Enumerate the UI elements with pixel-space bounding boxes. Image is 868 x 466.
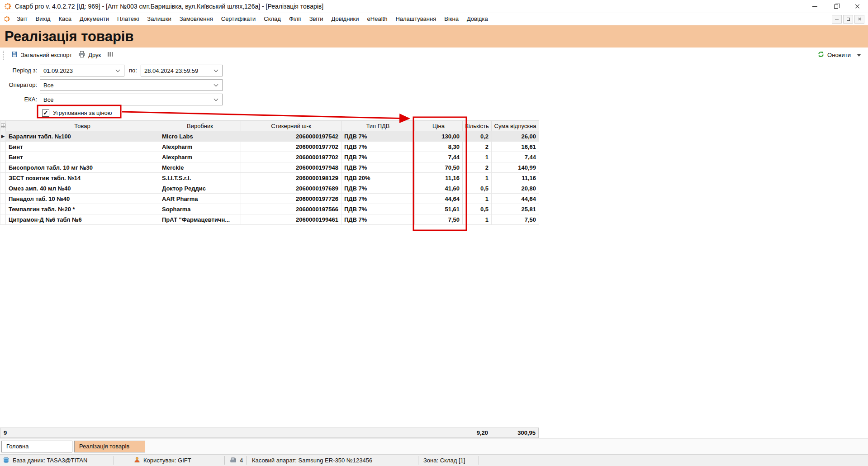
cell: ПрАТ "Фармацевтичн... xyxy=(159,214,241,225)
operator-select[interactable]: Все xyxy=(40,79,223,91)
cell: 140,99 xyxy=(492,162,539,173)
table-row[interactable]: БинтAlexpharm2060000197702ПДВ 7%8,30216,… xyxy=(0,142,539,152)
tab-Реалізація товарів[interactable]: Реалізація товарів xyxy=(74,441,145,452)
mdi-restore-button[interactable] xyxy=(843,15,853,24)
close-icon xyxy=(858,17,861,21)
cell: Бинт xyxy=(6,152,159,162)
close-icon xyxy=(855,4,860,9)
table-row[interactable]: Панадол таб. 10 №40AAR Pharma20600001977… xyxy=(0,194,539,204)
menu-item-Довідка[interactable]: Довідка xyxy=(463,13,492,25)
cell: AAR Pharma xyxy=(159,194,241,204)
cell: 11,16 xyxy=(492,173,539,183)
mdi-minimize-button[interactable] xyxy=(832,15,842,24)
operator-label: Оператор: xyxy=(3,79,37,91)
cell: 1 xyxy=(463,152,492,162)
chevron-down-icon xyxy=(116,68,120,72)
cell: 20,80 xyxy=(492,183,539,194)
menu-item-Вікна[interactable]: Вікна xyxy=(440,13,463,25)
cell: ПДВ 7% xyxy=(342,152,415,162)
menu-item-Залишки[interactable]: Залишки xyxy=(143,13,175,25)
menu-item-Склад[interactable]: Склад xyxy=(260,13,285,25)
toolbar: Загальний експорт Друк xyxy=(0,48,868,62)
cell: Бинт xyxy=(6,142,159,152)
export-button[interactable]: Загальний експорт xyxy=(8,49,75,61)
printer-icon xyxy=(78,51,85,59)
cell: 2060000197566 xyxy=(241,204,342,214)
summary-row: 9 9,20 300,95 xyxy=(0,428,539,438)
table-row[interactable]: Бисопролол табл. 10 мг №30Merckle2060000… xyxy=(0,162,539,173)
cell: 2060000197689 xyxy=(241,183,342,194)
checkmark-icon: ✓ xyxy=(43,110,48,116)
cell: 26,00 xyxy=(492,131,539,142)
results-table: ТоварВиробникСтикерний ш-кТип ПДВЦінаКіл… xyxy=(0,120,539,225)
period-from-label: Період з: xyxy=(3,65,37,76)
cell: ПДВ 20% xyxy=(342,173,415,183)
column-header-Виробник[interactable]: Виробник xyxy=(159,121,241,131)
column-header-Стикерний ш-к[interactable]: Стикерний ш-к xyxy=(241,121,342,131)
menu-item-Замовлення[interactable]: Замовлення xyxy=(175,13,217,25)
period-to-select[interactable]: 28.04.2024 23:59:59 xyxy=(141,65,223,76)
cash-device-text: Касовий апарат: Samsung ER-350 №123456 xyxy=(252,457,372,464)
menu-item-Каса[interactable]: Каса xyxy=(55,13,76,25)
cell: 7,44 xyxy=(415,152,463,162)
refresh-button-label: Оновити xyxy=(827,52,851,58)
cell: 16,61 xyxy=(492,142,539,152)
period-to-value: 28.04.2024 23:59:59 xyxy=(144,67,198,74)
app-logo-icon xyxy=(4,3,11,10)
mdi-close-button[interactable] xyxy=(854,15,864,24)
table-row[interactable]: Цитрамон-Д №6 табл №6ПрАТ "Фармацевтичн.… xyxy=(0,214,539,225)
filter-panel: Період з: 01.09.2023 по: 28.04.2024 23:5… xyxy=(0,62,344,120)
chevron-down-icon[interactable] xyxy=(857,54,861,58)
refresh-button[interactable]: Оновити xyxy=(814,49,854,61)
menu-item-Сертифікати[interactable]: Сертифікати xyxy=(217,13,260,25)
cell: 0,5 xyxy=(463,204,492,214)
menu-item-Довідники[interactable]: Довідники xyxy=(327,13,363,25)
column-header-Ціна[interactable]: Ціна xyxy=(415,121,463,131)
tab-Головна[interactable]: Головна xyxy=(1,441,72,452)
minimize-button[interactable] xyxy=(804,0,825,13)
menu-item-Звіти[interactable]: Звіти xyxy=(305,13,327,25)
page-title: Реалізація товарів xyxy=(0,29,134,45)
eka-select[interactable]: Все xyxy=(40,94,223,105)
selected-row-marker-icon: ▶ xyxy=(0,131,6,142)
menu-item-eHealth[interactable]: eHealth xyxy=(363,13,392,25)
toolbar-grip[interactable] xyxy=(3,51,4,60)
grid-options-button[interactable] xyxy=(0,121,6,131)
cell: Темпалгин табл. №20 * xyxy=(6,204,159,214)
column-header-Кількість[interactable]: Кількість xyxy=(463,121,492,131)
summary-row-count: 9 xyxy=(0,428,462,438)
menu-item-Звіт[interactable]: Звіт xyxy=(13,13,32,25)
cell: 7,44 xyxy=(492,152,539,162)
menu-item-Вихід[interactable]: Вихід xyxy=(32,13,55,25)
menu-item-Налаштування[interactable]: Налаштування xyxy=(391,13,440,25)
restore-button[interactable] xyxy=(825,0,847,13)
period-from-select[interactable]: 01.09.2023 xyxy=(40,65,124,76)
table-row[interactable]: ▶Баралгин табл. №100Micro Labs2060000197… xyxy=(0,131,539,142)
title-bar: Скарб pro v. 4.0.2.72 [ІД: 969] - [Апт №… xyxy=(0,0,868,13)
print-button[interactable]: Друк xyxy=(75,49,104,61)
column-header-Товар[interactable]: Товар xyxy=(6,121,159,131)
close-button[interactable] xyxy=(847,0,868,13)
zone-text: Зона: Склад [1] xyxy=(423,457,465,464)
row-selector-cell xyxy=(0,162,6,173)
table-row[interactable]: Темпалгин табл. №20 *Sopharma20600001975… xyxy=(0,204,539,214)
table-row[interactable]: БинтAlexpharm2060000197702ПДВ 7%7,4417,4… xyxy=(0,152,539,162)
cell: 7,50 xyxy=(415,214,463,225)
menu-item-Платежі[interactable]: Платежі xyxy=(113,13,143,25)
menu-item-Філії[interactable]: Філії xyxy=(285,13,305,25)
column-header-Сума відпускна[interactable]: Сума відпускна xyxy=(492,121,539,131)
cell: ПДВ 7% xyxy=(342,214,415,225)
grouping-checkbox[interactable]: ✓ xyxy=(42,109,49,117)
menu-item-Документи[interactable]: Документи xyxy=(76,13,113,25)
table-row[interactable]: Омез амп. 40 мл №40Доктор Реддис20600001… xyxy=(0,183,539,194)
cell: 2 xyxy=(463,142,492,152)
database-icon xyxy=(3,456,9,465)
table-row[interactable]: ЗЕСТ позитив табл. №14S.l.l.T.S.r.l.2060… xyxy=(0,173,539,183)
period-from-value: 01.09.2023 xyxy=(43,67,73,74)
menu-items: ЗвітВихідКасаДокументиПлатежіЗалишкиЗамо… xyxy=(13,13,492,25)
restore-icon xyxy=(847,18,850,21)
cell: 7,50 xyxy=(492,214,539,225)
column-header-Тип ПДВ[interactable]: Тип ПДВ xyxy=(342,121,415,131)
column-settings-button[interactable] xyxy=(104,49,117,61)
menu-bar: ЗвітВихідКасаДокументиПлатежіЗалишкиЗамо… xyxy=(0,13,868,25)
